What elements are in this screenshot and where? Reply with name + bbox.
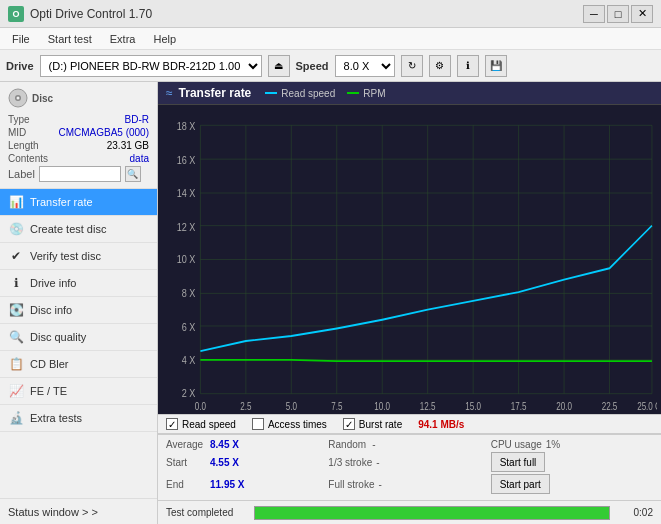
nav-item-fe-te-label: FE / TE: [30, 385, 67, 397]
svg-text:20.0: 20.0: [556, 401, 572, 410]
speed-select[interactable]: 8.0 X: [335, 55, 395, 77]
svg-text:12.5: 12.5: [420, 401, 436, 410]
menu-extra[interactable]: Extra: [102, 31, 144, 47]
progress-area: Test completed 0:02: [158, 500, 661, 524]
disc-label-row: Label 🔍: [8, 166, 149, 182]
stats-start-val: 4.55 X: [210, 457, 239, 468]
left-panel: Disc Type BD-R MID CMCMAGBA5 (000) Lengt…: [0, 82, 158, 524]
menu-file[interactable]: File: [4, 31, 38, 47]
checkbox-burst-rate[interactable]: ✓ Burst rate: [343, 418, 402, 430]
nav-item-verify-test-disc[interactable]: ✔ Verify test disc: [0, 243, 157, 270]
legend-read-speed-color: [265, 92, 277, 94]
stats-row-3: End 11.95 X Full stroke - Start part: [166, 474, 653, 494]
nav-item-cd-bler-label: CD Bler: [30, 358, 69, 370]
svg-text:4 X: 4 X: [182, 354, 196, 366]
checkbox-access-times[interactable]: Access times: [252, 418, 327, 430]
svg-text:8 X: 8 X: [182, 287, 196, 299]
status-window-button[interactable]: Status window > >: [0, 498, 157, 524]
stats-cpu-val: 1%: [546, 439, 560, 450]
chart-area: 18 X 16 X 14 X 12 X 10 X 8 X 6 X 4 X 2 X…: [158, 105, 661, 414]
disc-length-row: Length 23.31 GB: [8, 140, 149, 151]
chart-legend: Read speed RPM: [265, 88, 385, 99]
access-times-checkbox-box[interactable]: [252, 418, 264, 430]
svg-text:6 X: 6 X: [182, 321, 196, 333]
checkbox-read-speed[interactable]: ✓ Read speed: [166, 418, 236, 430]
nav-item-disc-info-label: Disc info: [30, 304, 72, 316]
maximize-button[interactable]: □: [607, 5, 629, 23]
legend-rpm: RPM: [347, 88, 385, 99]
nav-item-create-test-disc[interactable]: 💿 Create test disc: [0, 216, 157, 243]
chart-header: ≈ Transfer rate Read speed RPM: [158, 82, 661, 105]
drive-toolbar: Drive (D:) PIONEER BD-RW BDR-212D 1.00 ⏏…: [0, 50, 661, 82]
nav-item-extra-tests[interactable]: 🔬 Extra tests: [0, 405, 157, 432]
stats-area: Average 8.45 X Random - CPU usage 1% Sta…: [158, 434, 661, 500]
minimize-button[interactable]: ─: [583, 5, 605, 23]
create-test-disc-icon: 💿: [8, 221, 24, 237]
burst-rate-checkbox-box[interactable]: ✓: [343, 418, 355, 430]
stats-average-key: Average: [166, 439, 206, 450]
svg-text:2.5: 2.5: [240, 401, 251, 410]
burst-rate-value: 94.1 MB/s: [418, 419, 464, 430]
stats-1-3-stroke-key: 1/3 stroke: [328, 457, 372, 468]
stats-random-key: Random: [328, 439, 368, 450]
svg-text:22.5: 22.5: [602, 401, 618, 410]
close-button[interactable]: ✕: [631, 5, 653, 23]
disc-quality-icon: 🔍: [8, 329, 24, 345]
nav-item-cd-bler[interactable]: 📋 CD Bler: [0, 351, 157, 378]
nav-item-drive-info-label: Drive info: [30, 277, 76, 289]
refresh-button[interactable]: ↻: [401, 55, 423, 77]
stats-full-stroke-key: Full stroke: [328, 479, 374, 490]
nav-item-disc-quality[interactable]: 🔍 Disc quality: [0, 324, 157, 351]
fe-te-icon: 📈: [8, 383, 24, 399]
disc-info-icon: 💽: [8, 302, 24, 318]
svg-text:16 X: 16 X: [177, 154, 196, 166]
menubar: File Start test Extra Help: [0, 28, 661, 50]
info-button[interactable]: ℹ: [457, 55, 479, 77]
window-controls: ─ □ ✕: [583, 5, 653, 23]
svg-text:14 X: 14 X: [177, 187, 196, 199]
stats-end-key: End: [166, 479, 206, 490]
svg-text:18 X: 18 X: [177, 120, 196, 132]
progress-bar: [254, 506, 610, 520]
disc-type-key: Type: [8, 114, 30, 125]
verify-test-disc-icon: ✔: [8, 248, 24, 264]
speed-label: Speed: [296, 60, 329, 72]
progress-bar-fill: [255, 507, 609, 519]
menu-starttest[interactable]: Start test: [40, 31, 100, 47]
read-speed-checkbox-box[interactable]: ✓: [166, 418, 178, 430]
legend-read-speed-label: Read speed: [281, 88, 335, 99]
disc-type-row: Type BD-R: [8, 114, 149, 125]
disc-type-value: BD-R: [125, 114, 149, 125]
svg-text:25.0 GB: 25.0 GB: [637, 401, 657, 410]
eject-button[interactable]: ⏏: [268, 55, 290, 77]
legend-read-speed: Read speed: [265, 88, 335, 99]
nav-item-fe-te[interactable]: 📈 FE / TE: [0, 378, 157, 405]
nav-item-drive-info[interactable]: ℹ Drive info: [0, 270, 157, 297]
disc-label-input[interactable]: [39, 166, 121, 182]
svg-text:10 X: 10 X: [177, 253, 196, 265]
menu-help[interactable]: Help: [145, 31, 184, 47]
stats-end-val: 11.95 X: [210, 479, 244, 490]
save-button[interactable]: 💾: [485, 55, 507, 77]
stats-average: Average 8.45 X: [166, 439, 328, 450]
disc-section: Disc Type BD-R MID CMCMAGBA5 (000) Lengt…: [0, 82, 157, 189]
nav-menu: 📊 Transfer rate 💿 Create test disc ✔ Ver…: [0, 189, 157, 498]
stats-random-val: -: [372, 439, 375, 450]
options-button[interactable]: ⚙: [429, 55, 451, 77]
disc-label-key: Label: [8, 168, 35, 180]
start-full-button[interactable]: Start full: [491, 452, 546, 472]
right-panel: ≈ Transfer rate Read speed RPM: [158, 82, 661, 524]
nav-item-extra-tests-label: Extra tests: [30, 412, 82, 424]
disc-contents-key: Contents: [8, 153, 48, 164]
stats-full-stroke-val: -: [378, 479, 381, 490]
stats-1-3-stroke: 1/3 stroke -: [328, 457, 490, 468]
disc-label-button[interactable]: 🔍: [125, 166, 141, 182]
nav-item-disc-info[interactable]: 💽 Disc info: [0, 297, 157, 324]
nav-item-transfer-rate[interactable]: 📊 Transfer rate: [0, 189, 157, 216]
stats-cpu: CPU usage 1%: [491, 439, 653, 450]
nav-item-transfer-rate-label: Transfer rate: [30, 196, 93, 208]
svg-text:0.0: 0.0: [195, 401, 206, 410]
stats-start-key: Start: [166, 457, 206, 468]
drive-select[interactable]: (D:) PIONEER BD-RW BDR-212D 1.00: [40, 55, 262, 77]
start-part-button[interactable]: Start part: [491, 474, 550, 494]
